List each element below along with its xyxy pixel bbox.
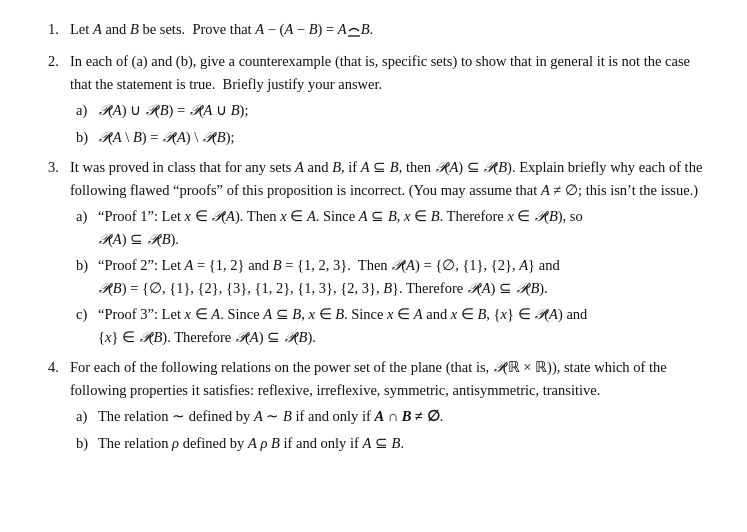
problem-1-number: 1. xyxy=(48,18,66,40)
problem-4b-label: b) xyxy=(76,432,98,454)
problem-2b-label: b) xyxy=(76,126,98,148)
problem-3b-content: “Proof 2”: Let A = {1, 2} and B = {1, 2,… xyxy=(98,254,709,299)
problem-3c-content: “Proof 3”: Let x ∈ A. Since A ⊆ B, x ∈ B… xyxy=(98,303,709,348)
problem-2-number: 2. xyxy=(48,50,66,95)
problem-3a: a) “Proof 1”: Let x ∈ 𝒫(A). Then x ∈ A. … xyxy=(76,205,709,250)
problem-4b: b) The relation ρ defined by A ρ B if an… xyxy=(76,432,709,454)
problem-3b: b) “Proof 2”: Let A = {1, 2} and B = {1,… xyxy=(76,254,709,299)
problem-3c: c) “Proof 3”: Let x ∈ A. Since A ⊆ B, x … xyxy=(76,303,709,348)
problem-3-number: 3. xyxy=(48,156,66,201)
problem-4b-content: The relation ρ defined by A ρ B if and o… xyxy=(98,432,709,454)
problem-2b-content: 𝒫(A \ B) = 𝒫(A) \ 𝒫(B); xyxy=(98,126,709,148)
problem-3a-content: “Proof 1”: Let x ∈ 𝒫(A). Then x ∈ A. Sin… xyxy=(98,205,709,250)
problem-2-intro: In each of (a) and (b), give a counterex… xyxy=(70,50,709,95)
problem-2a-label: a) xyxy=(76,99,98,121)
problem-4-number: 4. xyxy=(48,356,66,401)
problem-4a-label: a) xyxy=(76,405,98,427)
problem-3b-label: b) xyxy=(76,254,98,299)
problem-4a-content: The relation ∼ defined by A ∼ B if and o… xyxy=(98,405,709,427)
problem-2a: a) 𝒫(A) ∪ 𝒫(B) = 𝒫(A ∪ B); xyxy=(76,99,709,121)
problem-4: 4. For each of the following relations o… xyxy=(48,356,709,454)
problem-3c-label: c) xyxy=(76,303,98,348)
problem-3a-label: a) xyxy=(76,205,98,250)
problem-1: 1. Let A and B be sets. Prove that A − (… xyxy=(48,18,709,40)
problem-3: 3. It was proved in class that for any s… xyxy=(48,156,709,348)
problem-4-intro: For each of the following relations on t… xyxy=(70,356,709,401)
problem-2: 2. In each of (a) and (b), give a counte… xyxy=(48,50,709,148)
problem-2a-content: 𝒫(A) ∪ 𝒫(B) = 𝒫(A ∪ B); xyxy=(98,99,709,121)
problem-1-text: Let A and B be sets. Prove that A − (A −… xyxy=(70,18,373,40)
problem-4a: a) The relation ∼ defined by A ∼ B if an… xyxy=(76,405,709,427)
problem-2b: b) 𝒫(A \ B) = 𝒫(A) \ 𝒫(B); xyxy=(76,126,709,148)
problem-3-intro: It was proved in class that for any sets… xyxy=(70,156,709,201)
page-content: 1. Let A and B be sets. Prove that A − (… xyxy=(48,18,709,454)
